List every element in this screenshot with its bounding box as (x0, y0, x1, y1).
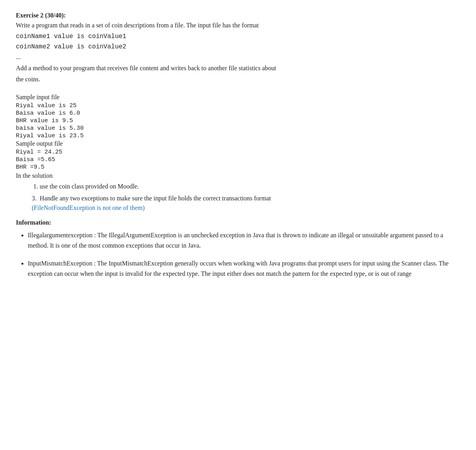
info-bullet-2: InputMismatchException : The InputMismat… (28, 258, 460, 279)
info-bullet-list: Illegalargumentexception : The IllegalAr… (28, 230, 460, 279)
description-line5: the coins. (16, 75, 460, 84)
solution-item-3-link: (FileNotFoundException is not one of the… (32, 204, 145, 211)
solution-item-3-number: 3. (32, 195, 36, 202)
sample-input-line-2: Baisa value is 6.0 (16, 110, 460, 117)
solution-item-1: use the coin class provided on Moodle. (40, 182, 460, 191)
exercise-title: Exercise 2 (30/40): (16, 12, 460, 19)
description-line1: Write a program that reads in a set of c… (16, 21, 460, 30)
sample-output-label: Sample output file (16, 140, 460, 147)
sample-output-line-2: Baisa =5.65 (16, 156, 460, 163)
ellipsis: ... (16, 52, 460, 62)
exercise-container: Exercise 2 (30/40): Write a program that… (16, 12, 460, 279)
solution-item-1-text: use the coin class provided on Moodle. (40, 183, 139, 190)
info-bullet-2-label: InputMismatchException : (28, 260, 97, 267)
sample-input-line-5: Riyal value is 23.5 (16, 133, 460, 139)
solution-item-3-text-before: Handle any two exceptions to make sure t… (40, 195, 271, 202)
solution-list: use the coin class provided on Moodle. 3… (40, 182, 460, 213)
information-section: Information: Illegalargumentexception : … (16, 219, 460, 279)
sample-input-line-3: BHR value is 9.5 (16, 117, 460, 124)
info-bullet-1: Illegalargumentexception : The IllegalAr… (28, 230, 460, 250)
description-line3: coinName2 value is coinValue2 (16, 42, 460, 52)
in-solution-section: In the solution use the coin class provi… (16, 172, 460, 213)
information-title: Information: (16, 219, 460, 226)
sample-output-line-3: BHR =9.5 (16, 164, 460, 171)
sample-input-section: Sample input file Riyal value is 25 Bais… (16, 94, 460, 139)
sample-output-line-1: Riyal = 24.25 (16, 149, 460, 156)
in-solution-label: In the solution (16, 172, 460, 179)
description-line4: Add a method to your program that receiv… (16, 63, 460, 73)
info-bullet-1-label: Illegalargumentexception : (28, 232, 97, 238)
sample-output-section: Sample output file Riyal = 24.25 Baisa =… (16, 140, 460, 171)
solution-item-3: 3.Handle any two exceptions to make sure… (32, 194, 460, 213)
sample-input-label: Sample input file (16, 94, 460, 101)
sample-input-line-4: baisa value is 5.30 (16, 125, 460, 132)
sample-input-line-1: Riyal value is 25 (16, 102, 460, 109)
description-line2: coinName1 value is coinValue1 (16, 32, 460, 41)
